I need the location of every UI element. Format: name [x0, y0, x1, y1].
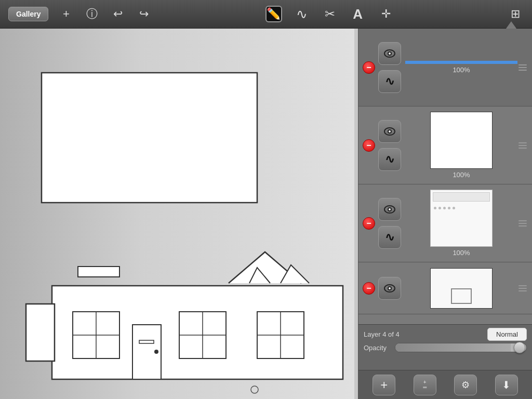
layer-item: − [358, 262, 532, 314]
layer-thumbnail[interactable] [405, 61, 517, 64]
canvas-area[interactable] [0, 29, 354, 399]
layer-thumbnail-wrap [405, 268, 517, 309]
svg-rect-1 [42, 73, 257, 203]
layer-info-text: Layer 4 of 4 [364, 330, 400, 338]
info-icon[interactable]: ⓘ [84, 6, 100, 22]
bottom-action-bar: + + ═ ⚙ ⬇ [358, 370, 532, 399]
layer-opacity-value: 100% [453, 171, 470, 179]
layer-item: − ∿ 100% [358, 107, 532, 184]
add-layer-button[interactable]: + [373, 375, 395, 395]
layer-drag-handle[interactable] [517, 34, 528, 101]
move-tool-icon[interactable]: ✛ [378, 6, 394, 22]
undo-icon[interactable]: ↩ [110, 6, 126, 22]
layer-visibility-button[interactable] [378, 277, 401, 300]
move-layer-down-button[interactable]: ⬇ [495, 375, 518, 395]
layer-thumbnail[interactable] [430, 268, 493, 309]
opacity-label: Opacity [364, 344, 391, 352]
layer-opacity-value: 100% [453, 66, 470, 74]
layers-panel: − ∿ 100% [358, 29, 532, 399]
layer-item: − ∿ 100% [358, 29, 532, 107]
layer-item: − ∿ [358, 184, 532, 262]
layer-remove-button[interactable]: − [363, 282, 375, 295]
svg-point-26 [389, 208, 391, 210]
layer-thumbnail[interactable] [430, 112, 493, 169]
layer-remove-button[interactable]: − [363, 139, 375, 152]
layer-controls: ∿ [378, 120, 401, 171]
add-layer-above-button[interactable]: + ═ [414, 375, 436, 395]
layer-visibility-button[interactable] [378, 198, 401, 221]
layer-visibility-button[interactable] [378, 42, 401, 65]
blend-mode-button[interactable]: Normal [487, 328, 527, 341]
add-icon[interactable]: + [58, 6, 74, 22]
brush-tool-icon[interactable]: ✏️ [265, 6, 282, 22]
layer-curve-button[interactable]: ∿ [378, 226, 401, 249]
layer-controls: ∿ [378, 198, 401, 249]
layer-thumbnail-wrap: 100% [405, 61, 517, 74]
opacity-slider-thumb[interactable] [514, 342, 525, 353]
layer-opacity-value: 100% [453, 249, 470, 257]
layer-controls: ∿ [378, 42, 401, 93]
text-tool-icon[interactable]: A [350, 6, 366, 22]
layer-controls [378, 277, 401, 300]
svg-point-15 [154, 350, 158, 354]
opacity-slider[interactable] [395, 343, 527, 352]
layer-thumbnail-wrap: 100% [405, 190, 517, 257]
layer-settings-button[interactable]: ⚙ [454, 375, 477, 395]
layers-icon[interactable]: ⊞ [507, 6, 524, 22]
layer-visibility-button[interactable] [378, 120, 401, 143]
opacity-slider-fill [395, 343, 511, 352]
layer-thumbnail-wrap: 100% [405, 112, 517, 179]
scissors-icon[interactable]: ✂ [322, 6, 338, 22]
layer-drag-handle[interactable] [517, 268, 528, 309]
redo-icon[interactable]: ↪ [136, 6, 152, 22]
svg-rect-4 [78, 267, 119, 277]
layer-remove-button[interactable]: − [363, 61, 375, 74]
gallery-button[interactable]: Gallery [8, 7, 48, 21]
eye-icon [384, 205, 395, 214]
panel-arrow [506, 21, 516, 29]
svg-rect-3 [26, 304, 55, 361]
layer-thumbnail[interactable] [430, 190, 493, 247]
svg-point-23 [389, 130, 391, 132]
layers-bottom-bar: Layer 4 of 4 Normal Opacity [358, 324, 532, 370]
drawing-canvas [0, 29, 354, 399]
svg-point-20 [389, 52, 391, 55]
eye-icon [384, 49, 395, 58]
eye-icon [384, 284, 395, 292]
eye-icon [384, 127, 395, 136]
layer-remove-button[interactable]: − [363, 217, 375, 230]
layer-curve-button[interactable]: ∿ [378, 70, 401, 93]
curve-tool-icon[interactable]: ∿ [294, 6, 310, 22]
layers-scroll[interactable]: − ∿ 100% [358, 29, 532, 324]
toolbar: Gallery + ⓘ ↩ ↪ ✏️ ∿ ✂ A ✛ ⊞ [0, 0, 532, 29]
layer-drag-handle[interactable] [517, 112, 528, 179]
svg-point-29 [389, 287, 391, 289]
layer-drag-handle[interactable] [517, 190, 528, 257]
layer-curve-button[interactable]: ∿ [378, 148, 401, 171]
